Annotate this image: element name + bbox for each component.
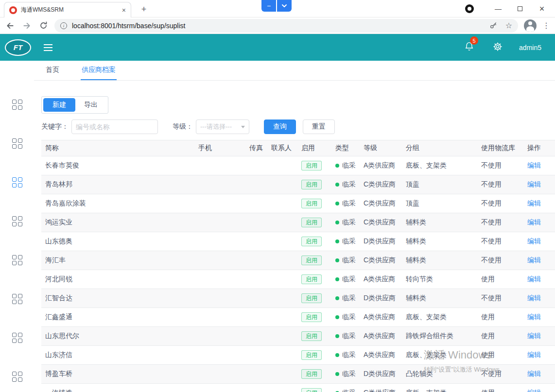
address-bar[interactable]: i localhost:8001/htsrm/base/sup/suplist … [54,19,518,33]
level-select[interactable]: ---请选择--- [196,119,249,134]
fax-cell [245,365,267,384]
widget-minimize-button[interactable]: − [261,0,276,12]
contact-cell [267,308,297,327]
group-cell: 顶盖 [402,194,477,213]
type-label: 临采 [342,218,356,226]
url-text[interactable]: localhost:8001/htsrm/base/sup/suplist [72,22,483,30]
new-tab-button[interactable]: + [138,3,150,15]
enable-cell: 启用 [297,251,331,270]
menu-fold-icon[interactable] [44,44,52,51]
password-key-icon[interactable] [488,20,499,31]
keyword-input[interactable] [71,119,158,134]
settings-gear-icon[interactable] [493,42,503,53]
page-info-icon[interactable]: i [60,22,67,29]
tab-close-icon[interactable]: × [122,6,126,14]
widget-expand-button[interactable] [277,0,292,12]
status-dot-icon [335,164,339,168]
enable-cell: 启用 [297,289,331,308]
back-button[interactable] [5,20,16,31]
status-dot-icon [335,296,339,300]
tab-home[interactable]: 首页 [45,61,60,80]
group-cell: 底板、支架类 [402,308,477,327]
sidebar-menu-icon[interactable] [12,255,22,265]
chevron-down-icon [241,126,245,128]
col-contact: 联系人 [267,140,297,156]
level-cell: A类供应商 [360,270,402,289]
type-cell: 临采 [331,327,360,346]
recorder-icon[interactable] [465,4,474,13]
notification-bell-icon[interactable]: 5 [464,41,474,53]
browser-tab[interactable]: 海通WMS&SRM × [4,2,131,17]
enable-badge: 启用 [301,331,322,341]
edit-link[interactable]: 编辑 [527,180,541,188]
window-minimize-button[interactable]: — [491,3,505,15]
mobile-cell [194,251,245,270]
mobile-cell [194,156,245,175]
window-close-button[interactable]: × [535,3,549,15]
table-header-row: 简称 手机 传真 联系人 启用 类型 等级 分组 使用物流库 操作 [41,140,555,156]
browser-menu-icon[interactable]: ⋮ [542,21,550,30]
fax-cell [245,270,267,289]
edit-link[interactable]: 编辑 [527,218,541,226]
enable-badge: 启用 [301,388,322,392]
export-button[interactable]: 导出 [75,98,106,112]
fax-cell [245,156,267,175]
supplier-name-cell: 河北同锐 [41,270,194,289]
edit-link[interactable]: 编辑 [527,332,541,340]
edit-link[interactable]: 编辑 [527,389,541,392]
type-label: 临采 [342,199,356,207]
edit-link[interactable]: 编辑 [527,199,541,207]
group-cell: 底板、支架类 [402,346,477,365]
level-select-value: ---请选择--- [200,122,232,131]
sidebar-menu-icon[interactable] [12,294,22,304]
fax-cell [245,194,267,213]
contact-cell [267,251,297,270]
type-label: 临采 [342,237,356,245]
level-cell: A类供应商 [360,346,402,365]
sidebar-menu-icon[interactable] [12,100,22,110]
level-cell: A类供应商 [360,156,402,175]
edit-link[interactable]: 编辑 [527,237,541,245]
supplier-name-cell: 鸿运实业 [41,213,194,232]
keyword-label: 关键字： [41,122,69,131]
group-cell: 辅料类 [402,251,477,270]
type-cell: 临采 [331,156,360,175]
edit-link[interactable]: 编辑 [527,275,541,283]
edit-link[interactable]: 编辑 [527,161,541,169]
group-cell: 转向节类 [402,270,477,289]
contact-cell [267,156,297,175]
sidebar-menu-icon[interactable] [12,372,22,382]
tab-supplier-archive[interactable]: 供应商档案 [81,61,117,80]
actions-cell: 编辑 [523,175,555,194]
contact-cell [267,365,297,384]
type-cell: 临采 [331,289,360,308]
current-user[interactable]: admin5 [519,44,541,51]
sidebar-menu-icon[interactable] [12,216,22,226]
profile-avatar[interactable] [524,19,537,32]
status-dot-icon [335,277,339,281]
status-dot-icon [335,315,339,319]
sidebar-menu-icon[interactable] [12,333,22,343]
edit-link[interactable]: 编辑 [527,256,541,264]
reload-button[interactable] [38,20,49,31]
edit-link[interactable]: 编辑 [527,294,541,302]
search-button[interactable]: 查询 [264,119,296,134]
reset-button[interactable]: 重置 [303,119,335,134]
group-cell: 辅料类 [402,289,477,308]
edit-link[interactable]: 编辑 [527,370,541,377]
new-button[interactable]: 新建 [43,98,75,112]
bookmark-star-icon[interactable]: ☆ [505,21,512,30]
contact-cell [267,194,297,213]
level-cell: A类供应商 [360,327,402,346]
edit-link[interactable]: 编辑 [527,313,541,321]
content: 首页 供应商档案 新建 导出 关键字： 等级： ---请选择--- 查询 重置 [34,61,555,392]
forward-button[interactable] [21,20,32,31]
edit-link[interactable]: 编辑 [527,351,541,358]
status-dot-icon [335,183,339,187]
sidebar-menu-icon[interactable] [12,138,22,149]
fax-cell [245,346,267,365]
sidebar-menu-icon[interactable] [12,177,22,187]
enable-badge: 启用 [301,237,322,246]
window-maximize-button[interactable] [513,3,527,15]
table-row: 长春市英俊 启用 临采 A类供应商 底板、支架类 不使用 编辑 [41,156,555,175]
